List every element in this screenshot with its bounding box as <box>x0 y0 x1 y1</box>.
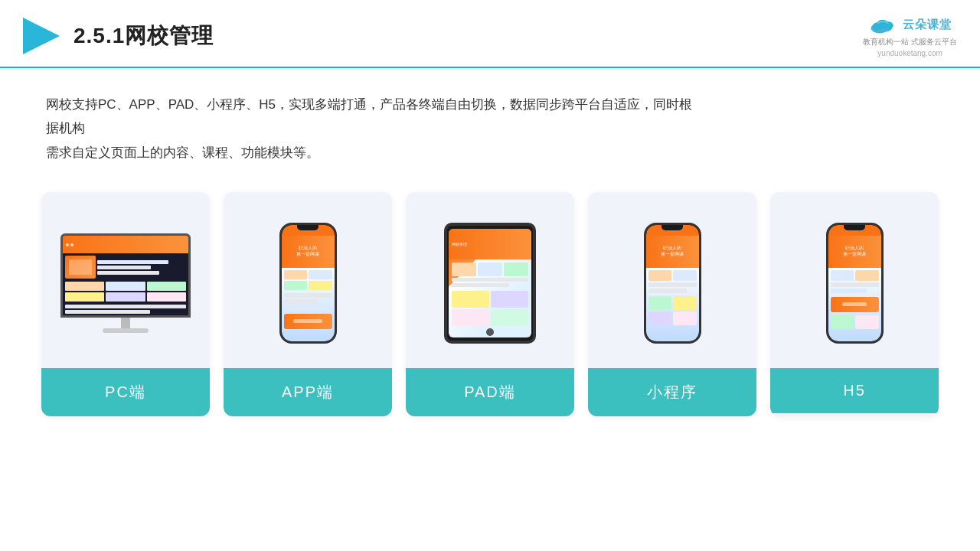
cards-container: PC端 职场人的第一堂网课 <box>0 178 980 439</box>
h5-phone: 职场人的第一堂网课 <box>826 223 884 344</box>
pad-label: PAD端 <box>406 368 574 416</box>
monitor-device <box>60 233 191 333</box>
logo-brand: 云朵课堂 <box>903 18 952 32</box>
h5-image-area: 职场人的第一堂网课 <box>770 192 939 368</box>
logo-tagline: 教育机构一站 式服务云平台 <box>863 37 957 47</box>
cloud-icon <box>869 14 898 35</box>
h5-label: H5 <box>770 368 939 413</box>
app-phone: 职场人的第一堂网课 <box>279 223 337 344</box>
mini-label: 小程序 <box>588 368 756 416</box>
svg-point-5 <box>884 21 893 29</box>
card-app: 职场人的第一堂网课 <box>224 192 392 416</box>
svg-marker-0 <box>23 18 60 54</box>
pad-image-area: 网校管理 <box>406 192 574 368</box>
mini-image-area: 职场人的第一堂网课 <box>588 192 756 368</box>
card-pad: 网校管理 <box>406 192 574 416</box>
description-text: 网校支持PC、APP、PAD、小程序、H5，实现多端打通，产品各终端自由切换，数… <box>0 68 750 178</box>
monitor-screen <box>60 233 191 318</box>
pc-image-area <box>41 192 210 368</box>
card-h5: 职场人的第一堂网课 <box>770 192 939 416</box>
logo-area: 云朵课堂 教育机构一站 式服务云平台 yunduoketang.com <box>863 14 957 57</box>
pc-label: PC端 <box>41 368 210 416</box>
app-image-area: 职场人的第一堂网课 <box>224 192 392 368</box>
card-mini: 职场人的第一堂网课 <box>588 192 756 416</box>
header: 2.5.1网校管理 云朵课堂 教育机构一站 式服务云平台 yunduoketan… <box>0 0 980 68</box>
mini-phone: 职场人的第一堂网课 <box>644 223 701 344</box>
card-pc: PC端 <box>41 192 210 416</box>
pad-tablet: 网校管理 <box>444 223 536 344</box>
logo-url: yunduoketang.com <box>877 49 942 57</box>
app-label: APP端 <box>224 368 392 416</box>
header-left: 2.5.1网校管理 <box>23 18 214 54</box>
description-paragraph: 网校支持PC、APP、PAD、小程序、H5，实现多端打通，产品各终端自由切换，数… <box>46 93 704 165</box>
logo-cloud: 云朵课堂 <box>869 14 952 35</box>
play-icon <box>23 18 60 54</box>
page-title: 2.5.1网校管理 <box>74 21 214 51</box>
